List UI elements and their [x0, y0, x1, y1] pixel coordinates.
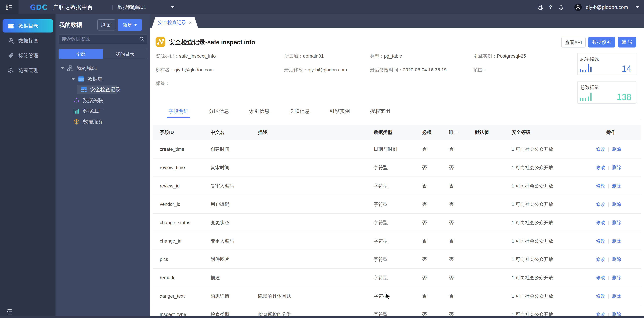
filter-tab-all[interactable]: 全部 [59, 49, 103, 59]
tree-node-label: 我的域01 [77, 65, 97, 72]
meta-scope: 范围： [473, 67, 488, 73]
cell-cname: 附件图片 [210, 256, 258, 263]
stat-card-total-rows: 总数据量 138 [577, 81, 636, 104]
modify-link[interactable]: 修改 [596, 257, 605, 262]
action-divider: | [608, 183, 609, 189]
tab-relation-info[interactable]: 关联信息 [288, 108, 312, 118]
app-menu-icon[interactable] [6, 4, 12, 10]
tree-node-dataset[interactable]: 数据集 [71, 74, 102, 84]
catalog-filter-tabs: 全部 我的目录 [58, 49, 147, 59]
resource-type-icon [156, 37, 165, 47]
document-tabstrip: 安全检查记录 × [150, 14, 644, 28]
detail-tabs: 字段明细 分区信息 索引信息 关联信息 引擎实例 授权范围 [150, 108, 644, 119]
bell-icon[interactable] [558, 4, 564, 11]
action-divider: | [608, 238, 609, 244]
tree-node-data-relation[interactable]: 数据关联 [74, 96, 103, 105]
domain-caret-down-icon[interactable] [171, 7, 174, 9]
tree-node-data-service[interactable]: 数据服务 [74, 117, 103, 126]
gdc-logo: GDC [30, 3, 51, 12]
scope-icon [8, 67, 14, 73]
cell-cname: 复审人编码 [210, 183, 258, 189]
modify-link[interactable]: 修改 [596, 293, 605, 299]
cell-actions: 修改|删除 [584, 274, 641, 281]
filter-tab-mine[interactable]: 我的目录 [103, 49, 147, 59]
cell-dtype: 日期与时刻 [374, 146, 422, 152]
delete-link[interactable]: 删除 [612, 275, 621, 280]
cell-level: 1 可向社会公众开放 [512, 256, 584, 263]
action-divider: | [608, 146, 609, 152]
tab-partition-info[interactable]: 分区信息 [207, 108, 231, 118]
user-caret-down-icon[interactable] [636, 7, 639, 9]
modify-link[interactable]: 修改 [596, 275, 605, 280]
data-preview-button[interactable]: 数据预览 [588, 37, 615, 48]
mouse-cursor [385, 292, 392, 300]
new-button[interactable]: 新建 [118, 19, 142, 31]
page-title: 安全检查记录-safe inspect info [169, 38, 255, 47]
cell-field-id: remark [160, 275, 210, 280]
view-api-button[interactable]: 查看API [561, 37, 586, 48]
sidebar-item-data-explore[interactable]: 数据探查 [2, 34, 53, 47]
cell-dtype: 字符型 [374, 201, 422, 208]
delete-link[interactable]: 删除 [612, 220, 621, 225]
delete-link[interactable]: 删除 [612, 146, 621, 152]
cell-required: 否 [422, 274, 449, 281]
meta-resource-id: 资源标识：safe_inspect_info [156, 53, 216, 59]
doc-tab-safe-inspect-record[interactable]: 安全检查记录 × [152, 17, 198, 28]
tree-node-safe-inspect-record[interactable]: 安全检查记录 [77, 85, 117, 94]
modify-link[interactable]: 修改 [596, 238, 605, 244]
action-divider: | [608, 165, 609, 170]
tag-icon [8, 53, 14, 59]
my-data-panel: 我的数据 刷 新 新建 全部 我的目录 [56, 14, 150, 318]
close-tab-icon[interactable]: × [189, 20, 192, 26]
cell-actions: 修改|删除 [584, 238, 641, 244]
cell-level: 1 可向社会公众开放 [512, 238, 584, 244]
delete-link[interactable]: 删除 [612, 293, 621, 299]
nav-domain-select[interactable]: 我的域01 [126, 0, 146, 14]
user-email[interactable]: qiy-b@glodon.com [586, 0, 628, 14]
meta-domain: 所属域：domain01 [284, 53, 324, 59]
cell-required: 否 [422, 165, 449, 171]
bug-icon[interactable] [537, 4, 544, 11]
refresh-button[interactable]: 刷 新 [97, 19, 115, 31]
new-caret-down-icon [134, 24, 137, 26]
modify-link[interactable]: 修改 [596, 220, 605, 225]
modify-link[interactable]: 修改 [596, 146, 605, 152]
tab-auth-scope[interactable]: 授权范围 [368, 108, 392, 118]
edit-button[interactable]: 编 辑 [618, 37, 636, 48]
col-header-level: 安全等级 [512, 129, 584, 135]
expander-caret-down-icon[interactable] [71, 78, 75, 80]
modify-link[interactable]: 修改 [596, 183, 605, 189]
cell-cname: 复审时间 [210, 165, 258, 171]
help-icon[interactable]: ? [548, 4, 554, 11]
modify-link[interactable]: 修改 [596, 202, 605, 207]
tree-node-data-factory[interactable]: 数据工厂 [74, 106, 103, 115]
expander-caret-down-icon[interactable] [60, 67, 64, 69]
org-icon [67, 65, 73, 71]
delete-link[interactable]: 删除 [612, 202, 621, 207]
col-header-desc: 描述 [258, 129, 374, 135]
sidebar-item-data-catalog[interactable]: 数据目录 [2, 19, 53, 33]
search-icon[interactable] [139, 37, 144, 42]
sidebar-item-scope-management[interactable]: 范围管理 [2, 64, 53, 77]
cell-cname: 用户编码 [210, 201, 258, 208]
delete-link[interactable]: 删除 [612, 238, 621, 244]
cell-required: 否 [422, 183, 449, 189]
search-input[interactable] [59, 36, 139, 42]
cell-unique: 否 [449, 256, 475, 263]
meta-type: 类型：pg_table [370, 53, 402, 59]
sidebar-item-tag-management[interactable]: 标签管理 [2, 49, 53, 62]
avatar[interactable] [574, 4, 582, 11]
delete-link[interactable]: 删除 [612, 165, 621, 170]
collapse-sidebar-icon[interactable] [7, 309, 13, 315]
resource-detail-page: 安全检查记录-safe inspect info 查看API 数据预览 编 辑 … [150, 28, 644, 318]
tab-field-detail[interactable]: 字段明细 [167, 108, 190, 118]
tab-index-info[interactable]: 索引信息 [248, 108, 271, 118]
delete-link[interactable]: 删除 [612, 183, 621, 189]
modify-link[interactable]: 修改 [596, 165, 605, 170]
tree-node-domain[interactable]: 我的域01 [60, 64, 97, 73]
delete-link[interactable]: 删除 [612, 257, 621, 262]
cell-dtype: 字符型 [374, 238, 422, 244]
cell-field-id: review_time [160, 165, 210, 170]
tab-engine-instance[interactable]: 引擎实例 [328, 108, 352, 118]
meta-owner: 所有者：qiy-b@glodon.com [156, 67, 214, 73]
